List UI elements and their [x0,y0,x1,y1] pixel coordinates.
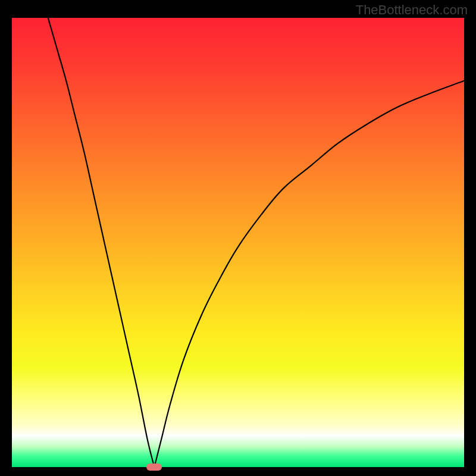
curve-right-branch [154,81,464,467]
chart-container: TheBottleneck.com [0,0,476,476]
min-marker [146,464,162,471]
curve-left-branch [48,18,155,467]
watermark-text: TheBottleneck.com [356,2,468,18]
curve-layer [12,18,464,467]
plot-area [12,18,464,467]
